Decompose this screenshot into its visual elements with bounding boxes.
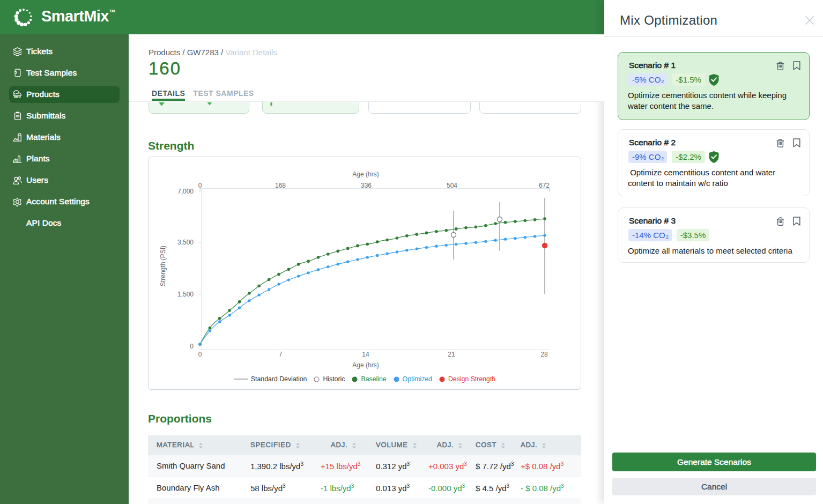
svg-text:0: 0 — [190, 343, 194, 350]
svg-text:168: 168 — [275, 182, 286, 189]
svg-text:0: 0 — [198, 351, 202, 358]
svg-text:336: 336 — [361, 182, 372, 189]
svg-text:14: 14 — [362, 351, 369, 358]
svg-text:28: 28 — [540, 351, 548, 358]
svg-text:21: 21 — [448, 351, 455, 358]
svg-text:Strength (PSI): Strength (PSI) — [159, 246, 167, 286]
svg-text:Age (hrs): Age (hrs) — [352, 171, 379, 178]
svg-text:Age (hrs): Age (hrs) — [352, 361, 379, 369]
svg-text:0: 0 — [198, 182, 202, 189]
svg-text:672: 672 — [539, 182, 550, 189]
svg-text:7: 7 — [279, 351, 283, 358]
svg-text:7,000: 7,000 — [177, 188, 194, 195]
svg-text:504: 504 — [447, 182, 457, 189]
svg-text:1,500: 1,500 — [177, 291, 194, 298]
svg-text:3,500: 3,500 — [177, 239, 194, 246]
